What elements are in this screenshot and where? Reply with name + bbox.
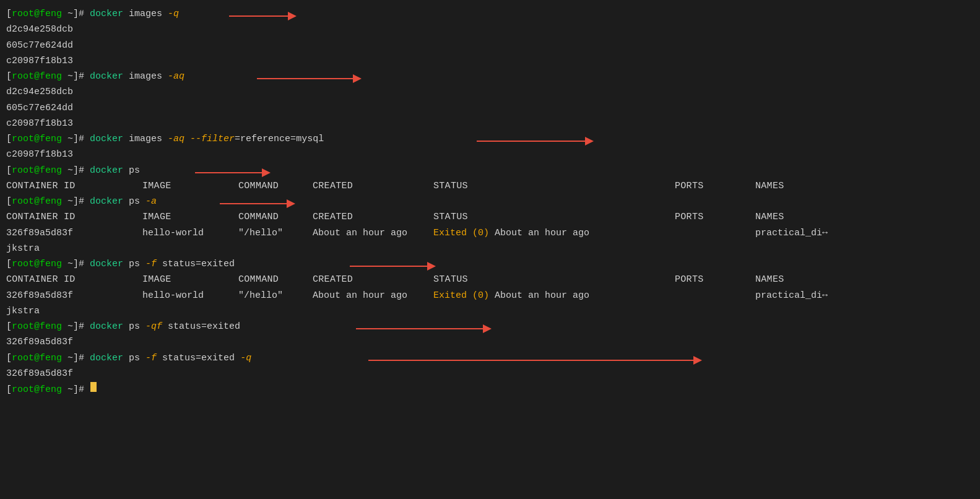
prompt: [root@feng ~]# [6, 383, 90, 397]
prompt: [root@feng ~]# [6, 69, 90, 84]
terminal-line: [root@feng ~]# docker ps -f status=exite… [0, 350, 980, 366]
terminal-line: 326f89a5d83f [0, 366, 980, 381]
terminal-line: 605c77e624dd [0, 100, 980, 116]
prompt: [root@feng ~]# [6, 163, 90, 178]
header-row: CONTAINER IDIMAGECOMMANDCREATEDSTATUSPOR… [0, 209, 980, 225]
header-row: CONTAINER IDIMAGECOMMANDCREATEDSTATUSPOR… [0, 272, 980, 287]
cursor [90, 382, 97, 392]
terminal-line: [root@feng ~]# docker ps -a [0, 194, 980, 209]
terminal-line: c20987f18b13 [0, 147, 980, 162]
terminal-line: [root@feng ~]# docker ps -qf status=exit… [0, 319, 980, 334]
terminal-line: c20987f18b13 [0, 116, 980, 131]
terminal-line: d2c94e258dcb [0, 22, 980, 37]
terminal-line: [root@feng ~]# docker images -aq [0, 69, 980, 84]
prompt: [root@feng ~]# [6, 351, 90, 365]
terminal-prompt-empty[interactable]: [root@feng ~]# [0, 381, 980, 397]
prompt: [root@feng ~]# [6, 194, 90, 209]
terminal-line: [root@feng ~]# docker images -aq --filte… [0, 131, 980, 147]
terminal-line: 605c77e624dd [0, 38, 980, 53]
terminal-line: d2c94e258dcb [0, 84, 980, 100]
terminal-line: [root@feng ~]# docker images -q [0, 6, 980, 22]
container-row: 326f89a5d83fhello-world"/hello"About an … [0, 288, 980, 303]
prompt: [root@feng ~]# [6, 7, 90, 21]
terminal-line: [root@feng ~]# docker ps -f status=exite… [0, 256, 980, 272]
prompt: [root@feng ~]# [6, 319, 90, 334]
terminal-window: [root@feng ~]# docker images -q d2c94e25… [0, 0, 980, 499]
terminal-line: c20987f18b13 [0, 53, 980, 69]
terminal-line: [root@feng ~]# docker ps [0, 163, 980, 178]
terminal-line: 326f89a5d83f [0, 334, 980, 350]
prompt: [root@feng ~]# [6, 257, 90, 271]
terminal-line: jkstra [0, 303, 980, 319]
container-row: 326f89a5d83fhello-world"/hello"About an … [0, 225, 980, 241]
terminal-line: jkstra [0, 241, 980, 256]
header-row: CONTAINER IDIMAGECOMMANDCREATEDSTATUSPOR… [0, 178, 980, 194]
prompt: [root@feng ~]# [6, 132, 90, 146]
